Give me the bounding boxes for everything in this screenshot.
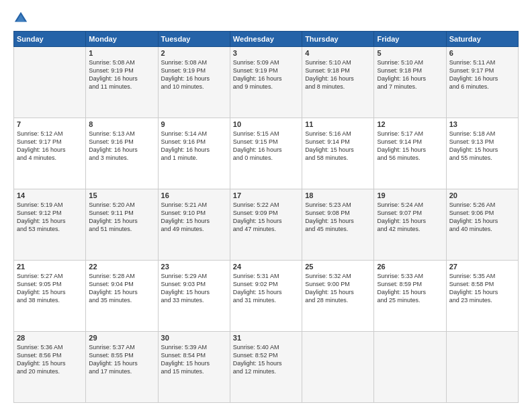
calendar-week-row: 1Sunrise: 5:08 AM Sunset: 9:19 PM Daylig…: [14, 47, 519, 118]
day-info: Sunrise: 5:10 AM Sunset: 9:18 PM Dayligh…: [377, 58, 443, 91]
day-number: 30: [161, 334, 227, 342]
day-number: 24: [233, 263, 299, 271]
calendar-cell: 29Sunrise: 5:37 AM Sunset: 8:55 PM Dayli…: [86, 332, 158, 403]
day-info: Sunrise: 5:15 AM Sunset: 9:15 PM Dayligh…: [233, 130, 299, 163]
calendar-week-row: 21Sunrise: 5:27 AM Sunset: 9:05 PM Dayli…: [14, 261, 519, 332]
calendar-cell: 25Sunrise: 5:32 AM Sunset: 9:00 PM Dayli…: [302, 261, 374, 332]
calendar-cell: 16Sunrise: 5:21 AM Sunset: 9:10 PM Dayli…: [158, 189, 230, 261]
day-info: Sunrise: 5:08 AM Sunset: 9:19 PM Dayligh…: [89, 58, 154, 91]
day-info: Sunrise: 5:36 AM Sunset: 8:56 PM Dayligh…: [17, 343, 83, 376]
day-number: 23: [161, 263, 227, 271]
day-info: Sunrise: 5:27 AM Sunset: 9:05 PM Dayligh…: [17, 272, 83, 305]
day-number: 11: [305, 120, 371, 128]
calendar-cell: 17Sunrise: 5:22 AM Sunset: 9:09 PM Dayli…: [230, 189, 302, 261]
calendar-cell: 12Sunrise: 5:17 AM Sunset: 9:14 PM Dayli…: [374, 118, 446, 189]
day-info: Sunrise: 5:23 AM Sunset: 9:08 PM Dayligh…: [305, 201, 371, 234]
calendar-cell: 1Sunrise: 5:08 AM Sunset: 9:19 PM Daylig…: [86, 47, 158, 118]
calendar-day-header: Monday: [86, 32, 158, 47]
calendar-cell: 2Sunrise: 5:08 AM Sunset: 9:19 PM Daylig…: [158, 47, 230, 118]
calendar-cell: 20Sunrise: 5:26 AM Sunset: 9:06 PM Dayli…: [446, 189, 518, 261]
calendar-cell: 8Sunrise: 5:13 AM Sunset: 9:16 PM Daylig…: [86, 118, 158, 189]
day-number: 15: [89, 191, 154, 199]
header: [13, 11, 519, 26]
calendar-cell: 23Sunrise: 5:29 AM Sunset: 9:03 PM Dayli…: [158, 261, 230, 332]
day-number: 22: [89, 263, 154, 271]
day-info: Sunrise: 5:19 AM Sunset: 9:12 PM Dayligh…: [17, 201, 83, 234]
day-number: 18: [305, 191, 371, 199]
day-number: 5: [377, 49, 443, 57]
day-info: Sunrise: 5:28 AM Sunset: 9:04 PM Dayligh…: [89, 272, 154, 305]
day-number: 14: [17, 191, 83, 199]
calendar-cell: 4Sunrise: 5:10 AM Sunset: 9:18 PM Daylig…: [302, 47, 374, 118]
day-number: 25: [305, 263, 371, 271]
day-info: Sunrise: 5:24 AM Sunset: 9:07 PM Dayligh…: [377, 201, 443, 234]
day-info: Sunrise: 5:32 AM Sunset: 9:00 PM Dayligh…: [305, 272, 371, 305]
calendar-day-header: Sunday: [14, 32, 86, 47]
calendar-cell: 14Sunrise: 5:19 AM Sunset: 9:12 PM Dayli…: [14, 189, 86, 261]
calendar-cell: 24Sunrise: 5:31 AM Sunset: 9:02 PM Dayli…: [230, 261, 302, 332]
calendar-cell: 21Sunrise: 5:27 AM Sunset: 9:05 PM Dayli…: [14, 261, 86, 332]
calendar-week-row: 28Sunrise: 5:36 AM Sunset: 8:56 PM Dayli…: [14, 332, 519, 403]
day-number: 2: [161, 49, 227, 57]
day-number: 3: [233, 49, 299, 57]
logo-icon: [13, 11, 28, 26]
day-info: Sunrise: 5:37 AM Sunset: 8:55 PM Dayligh…: [89, 343, 154, 376]
calendar-cell: [374, 332, 446, 403]
day-info: Sunrise: 5:09 AM Sunset: 9:19 PM Dayligh…: [233, 58, 299, 91]
calendar-cell: 5Sunrise: 5:10 AM Sunset: 9:18 PM Daylig…: [374, 47, 446, 118]
calendar-cell: 31Sunrise: 5:40 AM Sunset: 8:52 PM Dayli…: [230, 332, 302, 403]
day-number: 27: [449, 263, 515, 271]
calendar-cell: 27Sunrise: 5:35 AM Sunset: 8:58 PM Dayli…: [446, 261, 518, 332]
calendar-table: SundayMondayTuesdayWednesdayThursdayFrid…: [13, 31, 519, 403]
calendar-cell: 18Sunrise: 5:23 AM Sunset: 9:08 PM Dayli…: [302, 189, 374, 261]
day-number: 13: [449, 120, 515, 128]
day-info: Sunrise: 5:08 AM Sunset: 9:19 PM Dayligh…: [161, 58, 227, 91]
calendar-cell: 26Sunrise: 5:33 AM Sunset: 8:59 PM Dayli…: [374, 261, 446, 332]
day-number: 8: [89, 120, 154, 128]
calendar-cell: 15Sunrise: 5:20 AM Sunset: 9:11 PM Dayli…: [86, 189, 158, 261]
day-info: Sunrise: 5:10 AM Sunset: 9:18 PM Dayligh…: [305, 58, 371, 91]
calendar-cell: 9Sunrise: 5:14 AM Sunset: 9:16 PM Daylig…: [158, 118, 230, 189]
day-number: 21: [17, 263, 83, 271]
day-info: Sunrise: 5:12 AM Sunset: 9:17 PM Dayligh…: [17, 130, 83, 163]
day-number: 10: [233, 120, 299, 128]
day-info: Sunrise: 5:31 AM Sunset: 9:02 PM Dayligh…: [233, 272, 299, 305]
day-info: Sunrise: 5:22 AM Sunset: 9:09 PM Dayligh…: [233, 201, 299, 234]
day-info: Sunrise: 5:29 AM Sunset: 9:03 PM Dayligh…: [161, 272, 227, 305]
calendar-cell: 3Sunrise: 5:09 AM Sunset: 9:19 PM Daylig…: [230, 47, 302, 118]
day-info: Sunrise: 5:26 AM Sunset: 9:06 PM Dayligh…: [449, 201, 515, 234]
day-number: 20: [449, 191, 515, 199]
day-number: 19: [377, 191, 443, 199]
day-number: 4: [305, 49, 371, 57]
calendar-cell: 11Sunrise: 5:16 AM Sunset: 9:14 PM Dayli…: [302, 118, 374, 189]
calendar-day-header: Thursday: [302, 32, 374, 47]
page: SundayMondayTuesdayWednesdayThursdayFrid…: [0, 0, 532, 411]
calendar-week-row: 7Sunrise: 5:12 AM Sunset: 9:17 PM Daylig…: [14, 118, 519, 189]
calendar-cell: 10Sunrise: 5:15 AM Sunset: 9:15 PM Dayli…: [230, 118, 302, 189]
calendar-cell: 6Sunrise: 5:11 AM Sunset: 9:17 PM Daylig…: [446, 47, 518, 118]
day-info: Sunrise: 5:14 AM Sunset: 9:16 PM Dayligh…: [161, 130, 227, 163]
day-number: 6: [449, 49, 515, 57]
calendar-cell: 30Sunrise: 5:39 AM Sunset: 8:54 PM Dayli…: [158, 332, 230, 403]
calendar-cell: 22Sunrise: 5:28 AM Sunset: 9:04 PM Dayli…: [86, 261, 158, 332]
day-number: 9: [161, 120, 227, 128]
day-number: 1: [89, 49, 154, 57]
day-number: 29: [89, 334, 154, 342]
calendar-cell: 7Sunrise: 5:12 AM Sunset: 9:17 PM Daylig…: [14, 118, 86, 189]
day-info: Sunrise: 5:40 AM Sunset: 8:52 PM Dayligh…: [233, 343, 299, 376]
calendar-day-header: Tuesday: [158, 32, 230, 47]
day-info: Sunrise: 5:39 AM Sunset: 8:54 PM Dayligh…: [161, 343, 227, 376]
calendar-header-row: SundayMondayTuesdayWednesdayThursdayFrid…: [14, 32, 519, 47]
calendar-cell: [302, 332, 374, 403]
day-number: 7: [17, 120, 83, 128]
day-number: 26: [377, 263, 443, 271]
day-number: 28: [17, 334, 83, 342]
day-info: Sunrise: 5:11 AM Sunset: 9:17 PM Dayligh…: [449, 58, 515, 91]
calendar-cell: 28Sunrise: 5:36 AM Sunset: 8:56 PM Dayli…: [14, 332, 86, 403]
day-number: 16: [161, 191, 227, 199]
day-number: 17: [233, 191, 299, 199]
calendar-cell: [14, 47, 86, 118]
day-info: Sunrise: 5:18 AM Sunset: 9:13 PM Dayligh…: [449, 130, 515, 163]
calendar-day-header: Friday: [374, 32, 446, 47]
day-info: Sunrise: 5:21 AM Sunset: 9:10 PM Dayligh…: [161, 201, 227, 234]
